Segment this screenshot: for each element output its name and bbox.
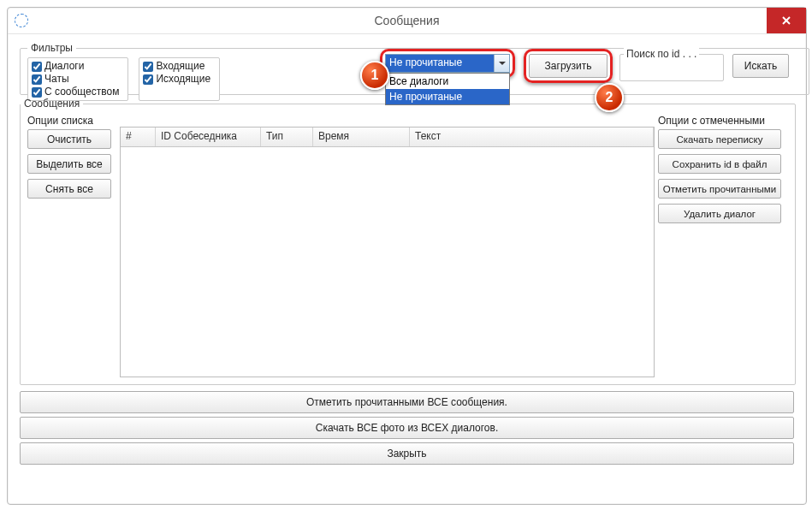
col-time[interactable]: Время [313,128,410,146]
dropdown-option-all[interactable]: Все диалоги [386,74,509,89]
selected-ops: Опции с отмеченными Скачать переписку Со… [658,115,788,228]
mark-read-button[interactable]: Отметить прочитанными [658,179,781,199]
clear-button[interactable]: Очистить [27,129,111,149]
filters-legend: Фильтры [27,42,76,54]
chk-dialogs[interactable]: Диалоги [32,60,119,73]
chevron-down-icon [494,55,509,72]
dropdown-list: Все диалоги Не прочитаные [385,73,510,105]
col-type[interactable]: Тип [261,128,313,146]
deselect-all-button[interactable]: Снять все [27,179,111,199]
filter-dropdown[interactable]: Не прочитаные Все диалоги Не прочитаные [385,54,510,73]
window-title: Сообщения [375,14,440,27]
list-ops: Опции списка Очистить Выделить все Снять… [27,115,130,204]
step-badge-2: 2 [595,83,624,112]
filters-col-direction: Входящие Исходящие [139,57,220,101]
app-icon [15,14,28,27]
download-all-photos-button[interactable]: Скачать ВСЕ фото из ВСЕХ диалогов. [20,417,794,439]
save-id-button[interactable]: Сохранить id в файл [658,154,781,174]
delete-dialog-button[interactable]: Удалить диалог [658,204,781,223]
messages-table[interactable]: # ID Собеседника Тип Время Текст [120,127,655,377]
load-highlight: Загрузить [524,49,613,83]
messages-fieldset: Сообщения Опции списка Очистить Выделить… [20,98,796,385]
chk-outgoing[interactable]: Исходящие [143,73,210,86]
col-num[interactable]: # [121,128,156,146]
filters-col-types: Диалоги Чаты С сообществом [27,57,128,101]
chk-chats[interactable]: Чаты [32,73,119,86]
chk-incoming[interactable]: Входящие [143,60,210,73]
close-icon [782,16,791,25]
col-id[interactable]: ID Собеседника [156,128,261,146]
table-header: # ID Собеседника Тип Время Текст [121,128,654,147]
dropdown-highlight: Не прочитаные Все диалоги Не прочитаные [380,49,515,78]
chk-community[interactable]: С сообществом [32,86,119,98]
close-button[interactable]: Закрыть [20,442,794,465]
load-button[interactable]: Загрузить [529,54,608,78]
list-ops-label: Опции списка [27,115,130,127]
mark-all-read-button[interactable]: Отметить прочитанными ВСЕ сообщения. [20,391,794,413]
titlebar: Сообщения [8,8,806,34]
messages-legend: Сообщения [21,98,83,110]
selected-ops-label: Опции с отмеченными [658,115,788,127]
filters-fieldset: Фильтры Диалоги Чаты С сообществом Входя… [20,42,809,95]
select-all-button[interactable]: Выделить все [27,154,111,174]
col-text[interactable]: Текст [410,128,654,146]
search-button[interactable]: Искать [732,54,789,78]
close-window-button[interactable] [767,8,806,33]
search-legend: Поиск по id . . . [624,48,699,60]
search-by-id-group: Поиск по id . . . [619,54,724,81]
dropdown-option-unread[interactable]: Не прочитаные [386,89,509,104]
dropdown-selected: Не прочитаные [386,55,495,72]
download-conversation-button[interactable]: Скачать переписку [658,129,781,149]
step-badge-1: 1 [360,61,389,90]
bottom-buttons: Отметить прочитанными ВСЕ сообщения. Ска… [20,391,794,465]
